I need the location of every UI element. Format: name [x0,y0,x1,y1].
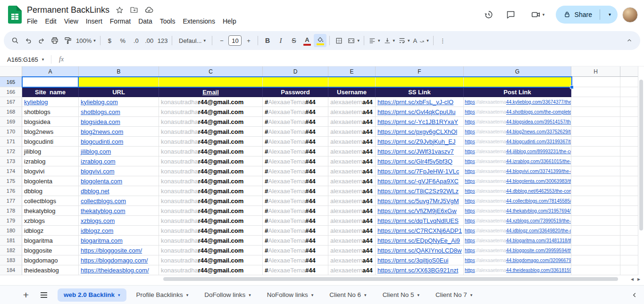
cell-url[interactable]: kylieblog.com [79,97,159,107]
row-header-184[interactable]: 184 [0,265,22,275]
cell-site-name[interactable]: xzblogs [22,216,79,226]
ss-link[interactable]: https://prnt.sc/5uvg7MrJ5VgM [377,197,459,205]
url-link[interactable]: https://theideasblog.com/ [81,267,149,274]
cell-post-link[interactable]: https://alexaaeterna44.thekatyblog.com/3… [464,206,571,216]
chevron-down-icon[interactable]: ▾ [118,293,120,297]
sheet-tab-client-no-7[interactable]: Client No 7▾ [429,288,478,302]
post-link-prefix[interactable]: https [465,258,475,263]
cell-site-name[interactable]: theideasblog [22,265,79,275]
cell-username[interactable]: alexaaeterna44 [328,196,376,206]
cell-password[interactable]: #AlexaaeTema#44 [263,216,328,226]
text-wrap-button[interactable]: ▾ [397,34,411,47]
row-header-170[interactable]: 170 [0,127,22,137]
user-avatar[interactable] [622,7,638,23]
post-link-prefix[interactable]: https [465,198,475,204]
ss-link[interactable]: https://prnt.sc/Gvl4qkCpuUlu [377,108,455,115]
cell-password[interactable]: #AlexaaeTema#44 [263,226,328,236]
star-icon[interactable] [116,6,124,14]
cell-email[interactable]: konasutradhar44@gmail.com [159,176,263,186]
column-header-e[interactable]: E [328,66,376,77]
name-box[interactable]: A165:G165▾ [0,56,49,63]
row-header-181[interactable]: 181 [0,236,22,246]
cell-url[interactable]: blogcudinti.com [79,137,159,147]
url-link[interactable]: https://bloggosite.com/ [81,247,142,254]
cell-post-link[interactable]: https://alexaaeterna44.bloggosite.com/39… [464,246,571,255]
bold-button[interactable]: B [261,34,274,47]
cell-post-link[interactable]: https://alexaaeterna44.collectblogs.com/… [464,196,571,206]
cell-username[interactable]: alexaaeterna44 [328,265,376,275]
zoom-select[interactable]: 100%▾ [75,34,97,47]
collapse-toolbar-button[interactable] [623,34,636,47]
cell-password[interactable]: #AlexaaeTema#44 [263,196,328,206]
cell-site-name[interactable]: blogolenta [22,176,79,186]
cell-ss-link[interactable]: https://prnt.sc/dqTLvqNdIUES [376,216,464,226]
cell-ss-link[interactable]: https://prnt.sc/-gVJF6Apa9XC [376,176,464,186]
cell-ss-link[interactable]: https://prnt.sc/JWlf31vaszv7 [376,147,464,156]
post-link[interactable]: 44.kylieblog.com/33674377/the-complete-g [506,99,571,105]
formula-input[interactable] [64,53,644,66]
cell-url[interactable]: blogaritma.com [79,236,159,246]
cell-site-name[interactable]: izrablog [22,156,79,166]
cell-h[interactable] [571,196,620,206]
ss-link[interactable]: https://prnt.sc/3qiltjoS0Eui [377,257,448,264]
post-link-prefix[interactable]: https [465,119,475,124]
tabs-scroll-left-icon[interactable] [631,286,638,304]
cell-email[interactable]: konasutradhar44@gmail.com [159,265,263,275]
sheet-tab-dofollow-links[interactable]: DoFollow links▾ [198,288,257,302]
document-title[interactable]: Permanent BackLinks [27,5,109,15]
cell-ss-link[interactable]: https://prnt.sc/QAKIYnoLCD8w [376,246,464,255]
increase-decimal-button[interactable]: .00 [143,34,156,47]
cell-email[interactable]: konasutradhar44@gmail.com [159,226,263,236]
cell-username[interactable]: alexaaeterna44 [328,127,376,137]
cell-email[interactable]: konasutradhar44@gmail.com [159,137,263,147]
row-header-165[interactable]: 165 [0,77,22,87]
post-link-prefix[interactable]: https [465,189,475,194]
font-family-select[interactable]: Defaul...▾ [175,34,209,47]
post-link-prefix[interactable]: https [465,179,475,184]
horizontal-scrollbar-thumb[interactable] [163,277,618,281]
undo-button[interactable] [22,34,34,47]
print-button[interactable] [48,34,61,47]
column-header-b[interactable]: B [79,66,159,77]
post-link-prefix[interactable]: https [465,218,475,223]
ss-link[interactable]: https://prnt.sc/JWlf31vaszv7 [377,148,454,155]
cell-site-name[interactable]: blog2news [22,127,79,137]
cell-ss-link[interactable]: https://prnt.sc/xbFsL_vJ-clO [376,97,464,107]
add-sheet-button[interactable]: + [19,288,33,302]
post-link-prefix[interactable]: https [465,139,475,144]
column-header-g[interactable]: G [464,66,571,77]
cell-url[interactable]: blogvivi.com [79,166,159,176]
chevron-down-icon[interactable]: ▾ [186,293,189,297]
font-size-input[interactable]: 10 [228,35,242,46]
borders-button[interactable] [333,34,345,47]
cell-h[interactable] [571,97,620,107]
post-link[interactable]: 44.idblogz.com/33649820/the-complete-gu [506,228,571,233]
cell-url[interactable]: https://blogdomago.com/ [79,255,159,265]
menu-edit[interactable]: Edit [42,17,60,25]
text-rotation-button[interactable]: A▾ [412,34,430,47]
row-header-172[interactable]: 172 [0,147,22,156]
grid-corner[interactable] [0,66,22,77]
vertical-scrollbar-thumb[interactable] [639,80,643,230]
url-link[interactable]: collectblogs.com [81,197,126,205]
row-header-180[interactable]: 180 [0,226,22,236]
ss-link[interactable]: https://prnt.sc/XX63BG921nzt [377,267,458,274]
row-header-166[interactable]: 166 [0,87,22,97]
url-link[interactable]: kylieblog.com [81,99,118,106]
meet-button[interactable]: ▾ [525,6,551,24]
cell-password[interactable]: #AlexaaeTema#44 [263,117,328,127]
cell-h[interactable] [571,186,620,196]
cell-ss-link[interactable]: https://prnt.sc/Z9JvbjKuh_EJ [376,137,464,147]
cell-password[interactable]: #AlexaaeTema#44 [263,176,328,186]
cell-username[interactable]: alexaaeterna44 [328,236,376,246]
cell-password[interactable]: #AlexaaeTema#44 [263,166,328,176]
post-link-prefix[interactable]: https [465,159,475,164]
redo-button[interactable] [35,34,48,47]
cell-username[interactable]: alexaaeterna44 [328,176,376,186]
post-link[interactable]: 44.blogsidea.com/39514157/the-complete- [506,119,571,124]
cell-url[interactable]: collectblogs.com [79,196,159,206]
post-link[interactable]: 44.dbblog.net/6462553/the-complete-guide [506,189,571,194]
cell-email[interactable]: konasutradhar44@gmail.com [159,216,263,226]
url-link[interactable]: blogsidea.com [81,118,120,125]
cell-url[interactable]: shotblogs.com [79,107,159,117]
